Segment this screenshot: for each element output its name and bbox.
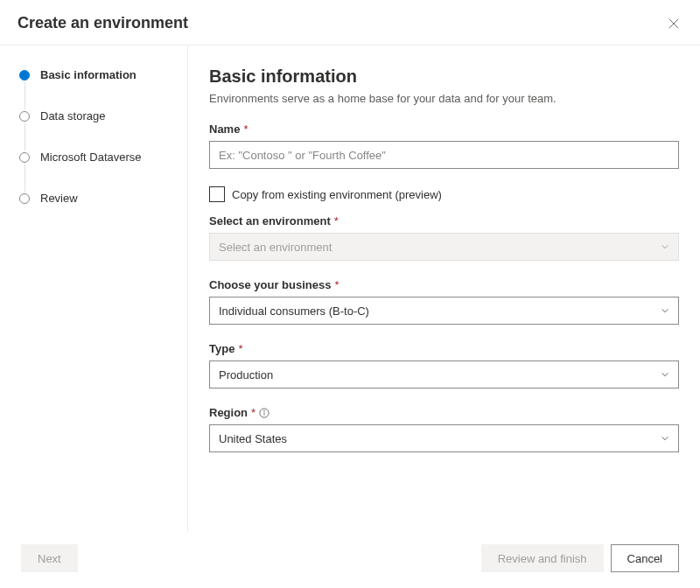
type-dropdown[interactable]: Production <box>209 360 679 388</box>
region-dropdown[interactable]: United States <box>209 424 679 452</box>
region-label: Region* <box>209 406 679 419</box>
step-marker-icon <box>19 193 30 204</box>
required-asterisk: * <box>334 278 339 291</box>
step-marker-icon <box>19 70 30 80</box>
dropdown-value: Production <box>219 368 273 382</box>
chevron-down-icon <box>661 370 669 379</box>
chevron-down-icon <box>661 434 669 443</box>
step-label: Basic information <box>40 68 136 81</box>
chevron-down-icon <box>661 242 669 251</box>
step-marker-icon <box>19 152 30 163</box>
svg-point-4 <box>264 410 265 411</box>
wizard-steps-sidebar: Basic information Data storage Microsoft… <box>0 46 188 532</box>
step-label: Review <box>40 192 78 205</box>
close-button[interactable] <box>665 15 682 32</box>
required-asterisk: * <box>334 214 339 228</box>
dropdown-value: Select an environment <box>219 241 332 254</box>
review-and-finish-button: Review and finish <box>481 544 604 572</box>
step-label: Data storage <box>40 109 105 122</box>
step-data-storage[interactable]: Data storage <box>19 109 173 150</box>
cancel-button[interactable]: Cancel <box>611 544 679 572</box>
panel-title: Create an environment <box>18 14 188 32</box>
type-label: Type* <box>209 342 679 355</box>
name-input[interactable] <box>209 141 679 169</box>
select-environment-dropdown: Select an environment <box>209 233 679 261</box>
chevron-down-icon <box>661 306 669 315</box>
select-environment-label: Select an environment* <box>209 214 679 228</box>
step-review[interactable]: Review <box>19 192 173 205</box>
step-basic-information[interactable]: Basic information <box>19 68 173 109</box>
business-label: Choose your business* <box>209 278 679 291</box>
step-marker-icon <box>19 111 30 122</box>
next-button: Next <box>21 544 78 572</box>
required-asterisk: * <box>238 342 242 355</box>
checkbox-label: Copy from existing environment (preview) <box>232 188 442 201</box>
checkbox-icon <box>209 186 225 202</box>
info-icon[interactable] <box>259 408 270 418</box>
section-heading: Basic information <box>209 66 679 87</box>
name-label: Name* <box>209 122 679 136</box>
required-asterisk: * <box>251 406 256 419</box>
copy-from-existing-checkbox[interactable]: Copy from existing environment (preview) <box>209 186 679 202</box>
required-asterisk: * <box>243 122 248 136</box>
step-microsoft-dataverse[interactable]: Microsoft Dataverse <box>19 150 173 192</box>
section-subtitle: Environments serve as a home base for yo… <box>209 92 679 105</box>
step-label: Microsoft Dataverse <box>40 150 142 164</box>
dropdown-value: United States <box>219 432 287 445</box>
close-icon <box>668 18 680 30</box>
dropdown-value: Individual consumers (B-to-C) <box>219 304 369 318</box>
business-dropdown[interactable]: Individual consumers (B-to-C) <box>209 297 679 325</box>
